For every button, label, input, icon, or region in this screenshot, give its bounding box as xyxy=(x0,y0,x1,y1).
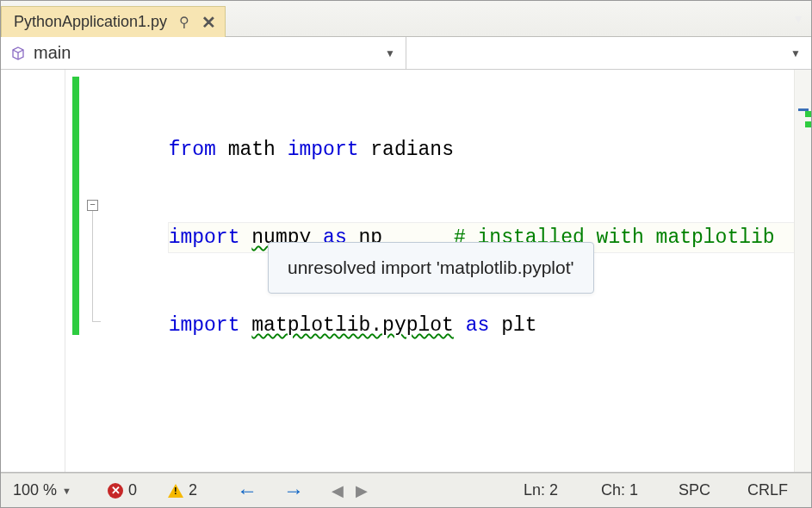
error-count[interactable]: ✕ 0 xyxy=(108,481,168,499)
nav-lr: ◀ ▶ xyxy=(332,481,409,500)
tab-title: PythonApplication1.py xyxy=(14,13,167,31)
tabbar-overflow-icon[interactable]: ▼ xyxy=(792,12,804,26)
error-icon: ✕ xyxy=(108,483,123,499)
editor-gutter xyxy=(1,70,65,472)
nav-back-button[interactable]: ← xyxy=(237,479,257,503)
vertical-scrollbar[interactable] xyxy=(794,70,811,472)
column-indicator[interactable]: Ch: 1 xyxy=(601,481,679,499)
scope-dropdown[interactable]: main ▼ xyxy=(1,37,406,69)
chevron-down-icon: ▼ xyxy=(62,486,71,496)
code-line[interactable]: import matplotlib.pyplot as plt xyxy=(169,311,811,340)
line-indicator[interactable]: Ln: 2 xyxy=(524,481,601,499)
module-icon xyxy=(11,46,25,60)
nav-prev-button[interactable]: ◀ xyxy=(332,481,344,500)
member-dropdown[interactable]: ▼ xyxy=(406,37,811,69)
zoom-level[interactable]: 100 % ▼ xyxy=(13,481,108,499)
fold-guide xyxy=(92,211,93,321)
indent-mode[interactable]: SPC xyxy=(679,481,747,499)
scope-label: main xyxy=(34,43,71,63)
nav-history: ← → xyxy=(237,479,332,503)
fold-guide-end xyxy=(92,321,101,322)
file-tab-active[interactable]: PythonApplication1.py ⚲ ✕ xyxy=(1,6,226,37)
error-tooltip: unresolved import 'matplotlib.pyplot' xyxy=(268,242,594,294)
warning-icon xyxy=(168,484,183,498)
nav-next-button[interactable]: ▶ xyxy=(356,481,368,500)
fold-toggle[interactable]: − xyxy=(87,200,98,211)
tab-bar: PythonApplication1.py ⚲ ✕ ▼ xyxy=(1,1,811,37)
nav-forward-button[interactable]: → xyxy=(283,479,304,503)
scrollbar-warning-marker xyxy=(805,111,811,117)
chevron-down-icon: ▼ xyxy=(385,47,395,59)
warning-count[interactable]: 2 xyxy=(168,481,237,499)
close-icon[interactable]: ✕ xyxy=(201,14,216,31)
pin-icon[interactable]: ⚲ xyxy=(179,15,189,29)
nav-bar: main ▼ ▼ xyxy=(1,37,811,70)
scrollbar-warning-marker xyxy=(805,121,811,127)
chevron-down-icon: ▼ xyxy=(790,47,801,59)
code-line[interactable]: from math import radians xyxy=(169,135,811,164)
code-line-blank[interactable] xyxy=(169,399,811,428)
status-bar: 100 % ▼ ✕ 0 2 ← → ◀ ▶ Ln: 2 Ch: 1 SPC CR… xyxy=(1,473,811,507)
change-marker xyxy=(72,77,79,335)
code-editor[interactable]: − from math import radians import numpy … xyxy=(1,70,811,473)
tooltip-text: unresolved import 'matplotlib.pyplot' xyxy=(288,257,574,277)
line-ending-mode[interactable]: CRLF xyxy=(747,481,799,499)
